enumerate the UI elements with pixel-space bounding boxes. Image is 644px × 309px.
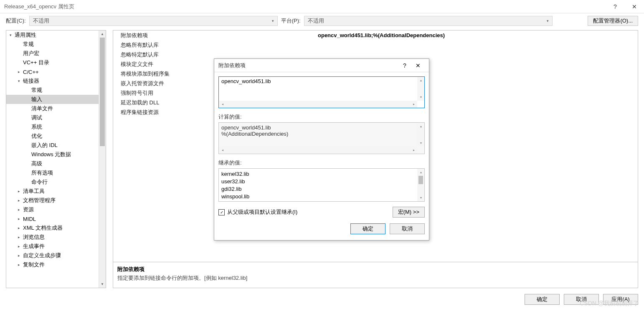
list-item[interactable]: kernel32.lib (221, 170, 417, 178)
platform-select[interactable]: 不适用 ▾ (304, 16, 553, 26)
scroll-thumb[interactable] (418, 176, 423, 184)
scroll-down-icon[interactable]: ▾ (417, 194, 424, 201)
scroll-up-icon[interactable]: ▴ (417, 169, 424, 176)
expander-closed-icon[interactable]: ▸ (18, 189, 23, 193)
scroll-down-icon[interactable]: ▼ (99, 281, 106, 288)
ok-button[interactable]: 确定 (525, 294, 560, 305)
tree-item[interactable]: 输入 (6, 95, 106, 104)
property-row[interactable]: 忽略特定默认库 (113, 50, 638, 59)
tree-item-label: 文档管理程序 (23, 197, 56, 204)
tree-item-label: 生成事件 (23, 243, 45, 250)
expander-closed-icon[interactable]: ▸ (18, 226, 23, 230)
tree-item[interactable]: 清单文件 (6, 104, 106, 113)
dialog-ok-button[interactable]: 确定 (350, 223, 385, 234)
computed-text: opencv_world451.lib %(AdditionalDependen… (221, 124, 417, 147)
tree-item[interactable]: 所有选项 (6, 168, 106, 177)
expander-closed-icon[interactable]: ▸ (18, 217, 23, 221)
tree-item[interactable]: 用户宏 (6, 49, 106, 58)
expander-closed-icon[interactable]: ▸ (18, 253, 23, 258)
property-row[interactable]: 忽略所有默认库 (113, 40, 638, 50)
help-button[interactable]: ? (606, 0, 625, 13)
tree-item[interactable]: ▸MIDL (6, 214, 106, 223)
expander-closed-icon[interactable]: ▸ (18, 70, 23, 74)
tree-item[interactable]: ▾通用属性 (6, 30, 106, 40)
tree-item-label: XML 文档生成器 (23, 224, 63, 232)
dialog-cancel-button[interactable]: 取消 (390, 223, 425, 234)
scroll-left-icon[interactable]: ◂ (219, 147, 226, 154)
scroll-thumb[interactable] (100, 38, 105, 146)
expander-closed-icon[interactable]: ▸ (18, 208, 23, 212)
inherit-label: 从父级或项目默认设置继承(I) (227, 208, 297, 216)
config-select[interactable]: 不适用 ▾ (29, 16, 278, 26)
scroll-right-icon[interactable]: ▸ (410, 101, 417, 108)
tree-item[interactable]: 常规 (6, 40, 106, 49)
tree-item[interactable]: ▸生成事件 (6, 242, 106, 251)
deps-edit-text[interactable]: opencv_world451.lib (221, 78, 417, 101)
list-item[interactable]: winspool.lib (221, 193, 417, 200)
tree-item[interactable]: ▾链接器 (6, 76, 106, 86)
tree-item[interactable]: 命令行 (6, 177, 106, 187)
config-manager-button[interactable]: 配置管理器(O)... (588, 16, 638, 26)
config-value: 不适用 (33, 17, 49, 25)
scroll-up-icon[interactable]: ▴ (417, 77, 424, 84)
computed-vscroll[interactable]: ▴ ▾ (417, 123, 424, 147)
dialog-close-button[interactable]: ✕ (411, 60, 425, 71)
tree-item[interactable]: ▸XML 文档生成器 (6, 223, 106, 233)
tree-item[interactable]: Windows 元数据 (6, 150, 106, 159)
scroll-left-icon[interactable]: ◂ (219, 101, 226, 108)
tree-item[interactable]: 嵌入的 IDL (6, 141, 106, 150)
expander-closed-icon[interactable]: ▸ (18, 263, 23, 267)
inherit-checkbox[interactable]: ✓ (218, 209, 225, 215)
scroll-up-icon[interactable]: ▲ (99, 30, 106, 38)
expander-open-icon[interactable]: ▾ (18, 79, 23, 83)
expander-closed-icon[interactable]: ▸ (18, 235, 23, 239)
tree-item-label: 链接器 (23, 77, 39, 85)
tree-item[interactable]: ▸清单工具 (6, 187, 106, 196)
tree-item[interactable]: ▸复制文件 (6, 260, 106, 269)
dialog-buttons: 确定 取消 (218, 223, 425, 234)
tree-item[interactable]: ▸自定义生成步骤 (6, 251, 106, 260)
property-row[interactable]: 附加依赖项opencv_world451.lib;%(AdditionalDep… (113, 30, 638, 40)
platform-label: 平台(P): (281, 17, 301, 25)
list-vscroll[interactable]: ▴ ▾ (417, 169, 424, 201)
scroll-down-icon[interactable]: ▾ (417, 94, 424, 101)
tree-item[interactable]: ▸C/C++ (6, 67, 106, 76)
property-name: 忽略特定默认库 (113, 51, 314, 58)
tree-item-label: 自定义生成步骤 (23, 252, 61, 259)
deps-edit-box[interactable]: opencv_world451.lib ▴ ▾ ◂ ▸ (218, 76, 425, 108)
nav-tree[interactable]: ▾通用属性常规用户宏VC++ 目录▸C/C++▾链接器常规输入清单文件调试系统优… (6, 30, 106, 288)
edit-vscroll[interactable]: ▴ ▾ (417, 77, 424, 101)
expander-open-icon[interactable]: ▾ (10, 33, 15, 37)
inherited-list[interactable]: kernel32.libuser32.libgdi32.libwinspool.… (218, 168, 425, 202)
dialog-help-button[interactable]: ? (398, 60, 411, 71)
tree-item-label: 输入 (31, 96, 42, 103)
edit-hscroll[interactable]: ◂ ▸ (219, 101, 417, 108)
tree-item-label: 通用属性 (15, 31, 36, 39)
property-value[interactable]: opencv_world451.lib;%(AdditionalDependen… (314, 32, 638, 38)
tree-item[interactable]: 高级 (6, 159, 106, 168)
scroll-down-icon[interactable]: ▾ (417, 139, 424, 147)
tree-item[interactable]: ▸文档管理程序 (6, 196, 106, 205)
tree-item[interactable]: 优化 (6, 132, 106, 141)
macro-button[interactable]: 宏(M) >> (393, 207, 425, 218)
dialog-body: opencv_world451.lib ▴ ▾ ◂ ▸ 计算的值: opencv… (214, 72, 429, 240)
tree-item[interactable]: VC++ 目录 (6, 58, 106, 67)
close-button[interactable]: ✕ (625, 0, 644, 13)
list-item[interactable]: user32.lib (221, 178, 417, 185)
scroll-up-icon[interactable]: ▴ (417, 123, 424, 130)
expander-closed-icon[interactable]: ▸ (18, 244, 23, 248)
tree-item[interactable]: 系统 (6, 122, 106, 132)
desc-title: 附加依赖项 (117, 266, 634, 273)
tree-scrollbar[interactable]: ▲ ▼ (99, 30, 106, 288)
computed-hscroll[interactable]: ◂ ▸ (219, 147, 417, 154)
config-bar: 配置(C): 不适用 ▾ 平台(P): 不适用 ▾ 配置管理器(O)... (0, 13, 644, 28)
list-item[interactable]: gdi32.lib (221, 185, 417, 193)
tree-item[interactable]: ▸资源 (6, 205, 106, 214)
tree-item[interactable]: 常规 (6, 86, 106, 95)
chevron-down-icon: ▾ (272, 19, 274, 23)
tree-item[interactable]: 调试 (6, 113, 106, 122)
scroll-right-icon[interactable]: ▸ (410, 147, 417, 154)
expander-closed-icon[interactable]: ▸ (18, 198, 23, 203)
tree-item-label: 清单工具 (23, 187, 45, 195)
tree-item[interactable]: ▸浏览信息 (6, 233, 106, 242)
